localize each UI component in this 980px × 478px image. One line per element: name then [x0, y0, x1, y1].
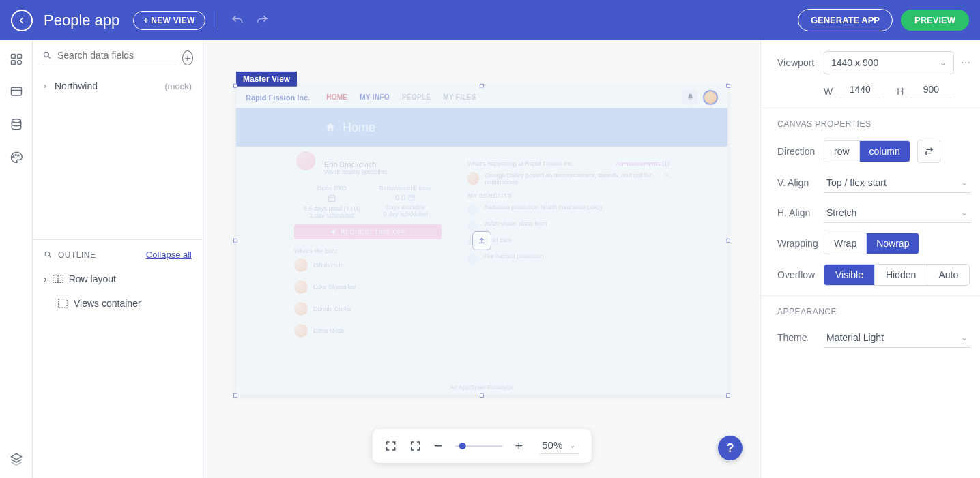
avatar-icon — [294, 302, 308, 316]
new-view-button[interactable]: + NEW VIEW — [133, 11, 205, 30]
fullscreen-button[interactable] — [409, 440, 422, 452]
outline-item-label: Views container — [74, 298, 141, 309]
collapse-all-link[interactable]: Collapse all — [146, 250, 192, 260]
valign-select[interactable]: Top / flex-start⌄ — [824, 173, 970, 193]
overflow-segment: Visible Hidden Auto — [824, 264, 970, 286]
close-icon: ✕ — [664, 172, 669, 179]
send-icon — [330, 228, 336, 235]
mock-left-card: Erin Brockovich Water quality specialist… — [286, 153, 450, 388]
svg-rect-14 — [329, 196, 335, 202]
mock-brand: Rapid Fission Inc. — [246, 93, 310, 101]
home-icon — [325, 122, 336, 133]
fire-icon — [467, 254, 478, 265]
resize-handle[interactable] — [233, 84, 237, 88]
globe-icon — [467, 205, 478, 215]
fit-screen-button[interactable] — [385, 440, 397, 452]
zoom-in-button[interactable]: + — [515, 439, 523, 453]
canvas-area[interactable]: Master View Rapid Fission Inc. HOME MY I… — [203, 40, 760, 478]
preview-button[interactable]: PREVIEW — [901, 10, 969, 31]
more-button[interactable]: ⋯ — [961, 57, 970, 68]
halign-select[interactable]: Stretch⌄ — [824, 203, 970, 223]
mock-right-card: What's happening at Rapid Fission Inc.An… — [459, 153, 678, 388]
benefit-item: Fire hazard protection — [467, 253, 669, 265]
rail-data-icon[interactable] — [8, 117, 25, 133]
request-time-off-button: REQUEST TIME OFF — [294, 224, 442, 239]
wrap-nowrap[interactable]: Nowrap — [866, 233, 919, 254]
canvas-stage[interactable]: Master View Rapid Fission Inc. HOME MY I… — [236, 87, 727, 395]
outline-views-container[interactable]: Views container — [33, 291, 203, 316]
svg-point-7 — [15, 154, 16, 155]
section-appearance: APPEARANCE — [777, 307, 970, 316]
buzz-item: Edna Mode — [294, 324, 442, 338]
pto-line: 0 day scheduled — [379, 211, 432, 218]
calendar-icon — [327, 194, 336, 203]
row-layout-icon — [53, 273, 63, 284]
outline-row-layout[interactable]: › Row layout — [33, 267, 203, 291]
theme-select[interactable]: Material Light⌄ — [824, 327, 970, 348]
avatar-icon — [294, 324, 308, 338]
redo-icon[interactable] — [255, 14, 269, 27]
benefit-item: 20/20 vision plans from — [467, 220, 669, 232]
profile-name: Erin Brockovich — [324, 160, 387, 168]
master-view[interactable]: Rapid Fission Inc. HOME MY INFO PEOPLE M… — [236, 87, 727, 395]
mock-hero: Home — [236, 108, 727, 147]
buzz-name: Ethan Hunt — [313, 262, 344, 269]
avatar-icon — [294, 280, 308, 294]
search-input[interactable] — [57, 50, 177, 61]
overflow-auto[interactable]: Auto — [927, 265, 969, 285]
benefit-item: Radiation protection health insurance po… — [467, 204, 669, 215]
svg-point-9 — [44, 52, 48, 57]
avatar-icon — [703, 89, 718, 104]
chevron-right-icon: › — [44, 273, 47, 284]
zoom-value-select[interactable]: 50%⌄ — [539, 438, 579, 454]
direction-row[interactable]: row — [824, 141, 859, 162]
mock-nav-people: PEOPLE — [402, 93, 431, 101]
avatar-icon — [294, 149, 317, 173]
datasource-name: Northwind — [55, 80, 98, 91]
help-button[interactable]: ? — [718, 436, 743, 460]
buzz-item: Ethan Hunt — [294, 258, 442, 272]
svg-rect-1 — [17, 55, 21, 59]
rail-views-icon[interactable] — [8, 84, 25, 100]
divider — [218, 11, 218, 30]
svg-point-5 — [12, 119, 20, 123]
mock-nav-home: HOME — [326, 93, 347, 101]
resize-handle[interactable] — [480, 84, 484, 88]
rail-theme-icon[interactable] — [8, 149, 25, 166]
back-button[interactable] — [11, 10, 33, 31]
undo-icon[interactable] — [231, 14, 244, 27]
h-label: H — [897, 86, 904, 97]
avatar-icon — [467, 172, 479, 185]
overflow-hidden[interactable]: Hidden — [874, 265, 927, 285]
slider-knob[interactable] — [459, 443, 466, 449]
zoom-out-button[interactable]: − — [434, 438, 443, 453]
datasource-row[interactable]: › Northwind (mock) — [33, 72, 203, 100]
height-input[interactable]: 900 — [910, 84, 951, 98]
zoom-slider[interactable] — [455, 445, 503, 447]
datasource-suffix: (mock) — [164, 81, 192, 91]
viewport-select[interactable]: 1440 x 900⌄ — [824, 51, 954, 74]
wrap-wrap[interactable]: Wrap — [824, 233, 866, 254]
pto-line: 1 day scheduled — [304, 212, 360, 219]
chevron-down-icon: ⌄ — [940, 58, 947, 68]
buzz-item: Donnie Darko — [294, 302, 442, 316]
width-input[interactable]: 1440 — [839, 84, 880, 98]
resize-handle[interactable] — [726, 84, 730, 88]
add-datasource-button[interactable]: + — [182, 50, 193, 65]
generate-app-button[interactable]: GENERATE APP — [798, 9, 893, 31]
left-panel: + › Northwind (mock) OUTLINE Collapse al… — [33, 40, 203, 478]
chevron-down-icon: ⌄ — [961, 208, 968, 218]
req-btn-label: REQUEST TIME OFF — [341, 228, 406, 235]
svg-point-8 — [17, 155, 18, 156]
rail-components-icon[interactable] — [8, 51, 25, 68]
buzz-name: Luke Skywalker — [313, 284, 356, 290]
svg-point-10 — [45, 252, 50, 256]
rail-layers-icon[interactable] — [8, 451, 25, 467]
direction-column[interactable]: column — [859, 141, 910, 162]
swap-axis-button[interactable] — [917, 140, 940, 163]
benefits-title: MY BENEFITS — [467, 192, 669, 199]
avatar-icon — [294, 258, 308, 272]
eye-icon — [467, 221, 478, 232]
viewport-value: 1440 x 900 — [831, 57, 878, 68]
overflow-visible[interactable]: Visible — [824, 265, 874, 285]
